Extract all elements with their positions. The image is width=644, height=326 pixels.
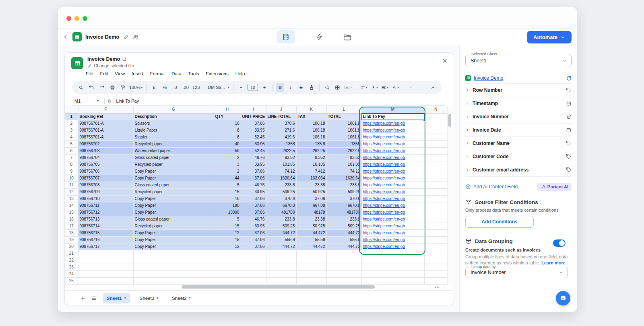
cell-line-total[interactable]: 101.85: [266, 161, 296, 168]
cell[interactable]: [266, 250, 296, 257]
cell[interactable]: [78, 257, 133, 264]
cell-qty[interactable]: 15: [214, 223, 241, 229]
name-box[interactable]: M1▾: [72, 99, 101, 103]
column-header[interactable]: I: [241, 106, 266, 113]
cell-booking-ref[interactable]: 908756703: [78, 147, 133, 154]
cell-booking-ref[interactable]: 908756704: [78, 154, 133, 161]
cell[interactable]: TOTAL: [326, 113, 361, 120]
selection-handle[interactable]: [423, 119, 426, 122]
selected-sheet-select[interactable]: Selected Sheet Sheet1: [465, 54, 572, 67]
cell-qty[interactable]: 13000: [214, 209, 241, 216]
cell-qty[interactable]: 12: [214, 243, 241, 250]
cell[interactable]: [296, 270, 326, 277]
cell[interactable]: [296, 277, 326, 284]
stripe-payment-link[interactable]: https://stripe.com/en-gb: [363, 224, 405, 228]
tab-source-data[interactable]: [277, 30, 295, 43]
menu-item[interactable]: Format: [150, 71, 165, 76]
bold-button[interactable]: B: [276, 83, 284, 92]
cell[interactable]: [266, 277, 296, 284]
column-header-selected[interactable]: M: [361, 106, 424, 113]
cell[interactable]: [424, 250, 447, 257]
cell-qty[interactable]: 3: [214, 161, 241, 168]
cell[interactable]: [361, 257, 424, 264]
collapse-toolbar-icon[interactable]: [429, 83, 437, 92]
cell-tax[interactable]: 44.472: [296, 243, 326, 250]
cell-total[interactable]: 509.25: [326, 223, 361, 229]
column-header[interactable]: F: [78, 106, 133, 113]
cell-qty[interactable]: 40: [214, 140, 241, 147]
cell[interactable]: [296, 257, 326, 264]
cell[interactable]: [424, 277, 447, 284]
cell-line-total[interactable]: 271.6: [266, 127, 296, 134]
cell-unit-price[interactable]: 37.06: [241, 168, 266, 175]
cell[interactable]: [214, 257, 241, 264]
cell-booking-ref[interactable]: 908756701-A: [78, 120, 133, 127]
formula-input[interactable]: Link To Pay: [116, 99, 139, 103]
cell-booking-ref[interactable]: 908756702: [78, 140, 133, 147]
row-number[interactable]: 8: [65, 161, 78, 168]
cell-line-total[interactable]: 233.8: [266, 216, 296, 223]
cell[interactable]: [361, 264, 424, 270]
cell-tax[interactable]: 135.8: [296, 140, 326, 147]
row-number[interactable]: 18: [65, 229, 78, 236]
cell[interactable]: [78, 264, 133, 270]
select-all-corner[interactable]: [65, 106, 78, 113]
stripe-payment-link[interactable]: https://stripe.com/en-gb: [363, 169, 405, 173]
cell-line-total[interactable]: 2622.5: [266, 147, 296, 154]
cell-qty[interactable]: 15: [214, 188, 241, 195]
chevron-right-icon[interactable]: [465, 155, 469, 159]
cell-booking-ref[interactable]: 908756701-A: [78, 127, 133, 134]
format-currency-button[interactable]: £: [150, 83, 158, 92]
edit-title-icon[interactable]: [123, 34, 129, 40]
stripe-payment-link[interactable]: https://stripe.com/en-gb: [363, 237, 405, 242]
cell-tax[interactable]: 262.25: [296, 147, 326, 154]
cell-booking-ref[interactable]: 908756706: [78, 168, 133, 175]
cell[interactable]: [214, 250, 241, 257]
stripe-payment-link[interactable]: https://stripe.com/en-gb: [363, 142, 405, 146]
cell-unit-price[interactable]: 46.76: [241, 216, 266, 223]
row-number[interactable]: 12: [65, 188, 78, 195]
cell[interactable]: [424, 243, 447, 250]
tab-automation[interactable]: [310, 30, 329, 43]
cell-description[interactable]: Copy Paper: [133, 209, 214, 216]
cell[interactable]: [424, 229, 447, 236]
stripe-payment-link[interactable]: https://stripe.com/en-gb: [363, 244, 405, 249]
row-number[interactable]: 19: [65, 236, 78, 243]
cell-booking-ref[interactable]: 908756710: [78, 195, 133, 202]
source-field-item[interactable]: Customer Name: [465, 137, 572, 150]
cell[interactable]: [326, 270, 361, 277]
stripe-payment-link[interactable]: https://stripe.com/en-gb: [363, 231, 405, 235]
cell-unit-price[interactable]: 37.06: [241, 243, 266, 250]
cell[interactable]: LINE TOTAL: [266, 113, 296, 120]
cell[interactable]: [424, 202, 447, 209]
cell[interactable]: [326, 277, 361, 284]
cell-tax[interactable]: 23.38: [296, 216, 326, 223]
cell-booking-ref[interactable]: 908756708: [78, 182, 133, 188]
cell-description[interactable]: Watermarked paper: [133, 147, 214, 154]
cell-line-total[interactable]: 444.72: [266, 243, 296, 250]
cell-qty[interactable]: 5: [214, 182, 241, 188]
cell[interactable]: [424, 270, 447, 277]
menu-item[interactable]: Tools: [188, 71, 199, 76]
decrease-font-size-button[interactable]: −: [237, 83, 245, 92]
cell-description[interactable]: Copy Paper: [133, 168, 214, 175]
stripe-payment-link[interactable]: https://stripe.com/en-gb: [363, 196, 405, 201]
vertical-scroll-thumb[interactable]: [448, 114, 451, 127]
cell[interactable]: [424, 264, 447, 270]
cell[interactable]: [424, 175, 447, 182]
plus-circle-icon[interactable]: [465, 184, 471, 190]
stripe-payment-link[interactable]: https://stripe.com/en-gb: [363, 210, 405, 215]
all-sheets-icon[interactable]: [91, 295, 97, 301]
refresh-icon[interactable]: [566, 75, 572, 81]
cell-total[interactable]: 481780: [326, 209, 361, 216]
cell[interactable]: TAX: [296, 113, 326, 120]
stripe-payment-link[interactable]: https://stripe.com/en-gb: [363, 135, 405, 139]
cell-total[interactable]: 74.12: [326, 168, 361, 175]
row-number[interactable]: 9: [65, 168, 78, 175]
cell-line-total[interactable]: 444.72: [266, 229, 296, 236]
number-format-button[interactable]: 123: [192, 83, 200, 92]
cell-total[interactable]: 93.52: [326, 154, 361, 161]
cell-booking-ref[interactable]: 908756711: [78, 202, 133, 209]
chevron-right-icon[interactable]: [465, 128, 469, 132]
cell-line-total[interactable]: 419.6: [266, 134, 296, 140]
